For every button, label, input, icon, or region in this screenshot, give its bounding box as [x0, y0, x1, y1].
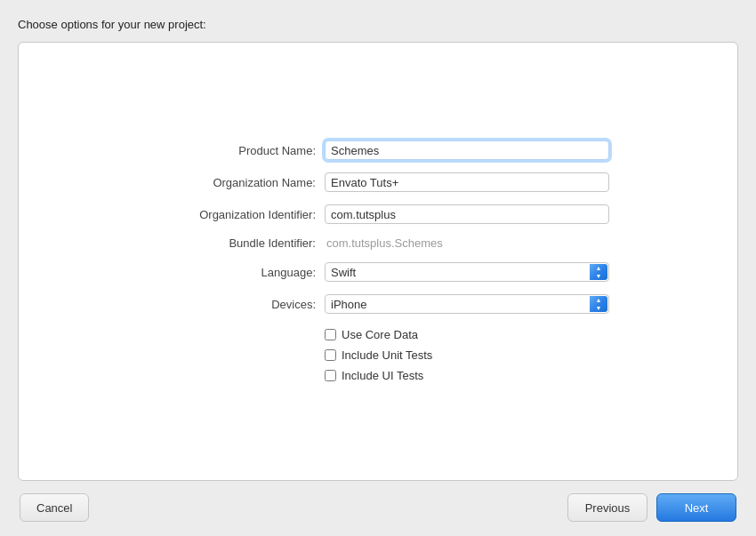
page-title: Choose options for your new project:	[18, 18, 738, 31]
form-container: Product Name: Organization Name: Organiz…	[147, 140, 609, 382]
devices-label: Devices:	[147, 298, 325, 311]
organization-identifier-row: Organization Identifier:	[147, 204, 609, 224]
devices-row: Devices: iPhone iPad Universal	[147, 294, 609, 314]
next-button[interactable]: Next	[656, 493, 736, 522]
organization-identifier-label: Organization Identifier:	[147, 208, 325, 221]
language-select-wrapper: Swift Objective-C	[325, 262, 609, 282]
include-ui-tests-label: Include UI Tests	[342, 369, 423, 382]
use-core-data-checkbox[interactable]	[325, 329, 336, 340]
footer-right: Previous Next	[567, 493, 736, 522]
bundle-identifier-label: Bundle Identifier:	[147, 236, 325, 250]
organization-name-input[interactable]	[325, 172, 609, 192]
bundle-identifier-value: com.tutsplus.Schemes	[325, 236, 443, 250]
include-ui-tests-checkbox[interactable]	[325, 370, 336, 381]
bundle-identifier-row: Bundle Identifier: com.tutsplus.Schemes	[147, 236, 609, 250]
use-core-data-label: Use Core Data	[342, 328, 418, 341]
devices-select-wrapper: iPhone iPad Universal	[325, 294, 609, 314]
previous-button[interactable]: Previous	[567, 493, 647, 522]
product-name-row: Product Name:	[147, 140, 609, 160]
devices-select[interactable]: iPhone iPad Universal	[325, 294, 609, 314]
organization-name-label: Organization Name:	[147, 176, 325, 189]
product-name-input[interactable]	[325, 140, 609, 160]
product-name-label: Product Name:	[147, 144, 325, 157]
use-core-data-row: Use Core Data	[325, 328, 609, 341]
content-panel: Product Name: Organization Name: Organiz…	[18, 42, 738, 481]
language-label: Language:	[147, 266, 325, 279]
organization-name-row: Organization Name:	[147, 172, 609, 192]
language-select[interactable]: Swift Objective-C	[325, 262, 609, 282]
include-unit-tests-checkbox[interactable]	[325, 349, 336, 361]
footer: Cancel Previous Next	[18, 493, 738, 522]
cancel-button[interactable]: Cancel	[20, 493, 89, 522]
checkboxes-group: Use Core Data Include Unit Tests Include…	[147, 328, 609, 382]
language-row: Language: Swift Objective-C	[147, 262, 609, 282]
include-ui-tests-row: Include UI Tests	[325, 369, 609, 382]
include-unit-tests-row: Include Unit Tests	[325, 348, 609, 362]
organization-identifier-input[interactable]	[325, 204, 609, 224]
include-unit-tests-label: Include Unit Tests	[342, 348, 432, 362]
